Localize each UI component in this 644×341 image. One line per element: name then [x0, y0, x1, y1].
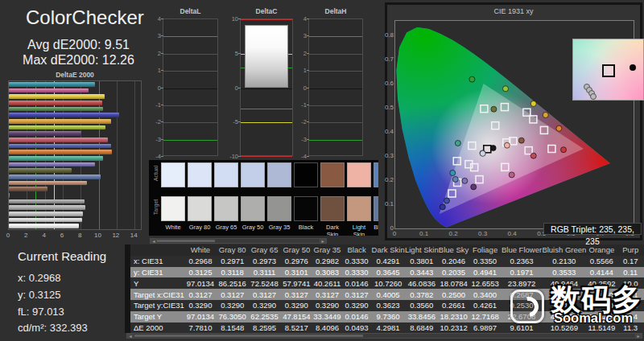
row-label: ΔE 2000: [130, 323, 184, 333]
table-cell: 8.2595: [248, 323, 280, 333]
table-cell: 18.0784: [439, 277, 469, 289]
column-header: Black: [342, 244, 371, 256]
tick-mark: [238, 18, 241, 19]
ref-line: [309, 88, 362, 89]
results-table: WhiteGray 80Gray 65Gray 50Gray 35BlackDa…: [130, 244, 644, 333]
scroll-left-icon[interactable]: ◂: [151, 239, 157, 243]
table-row: Target x:CIE310.31270.31270.31270.31270.…: [130, 289, 644, 300]
de2000-bar-chart: [8, 80, 142, 230]
table-cell: 0.2130: [542, 256, 586, 267]
y-tick--3: -3: [294, 136, 307, 143]
table-cell: 0.3290: [312, 300, 342, 311]
de-bar-orange-yellow: [9, 119, 111, 124]
table-cell: 11.4: [617, 311, 644, 323]
scrollbar-thumb[interactable]: [157, 240, 215, 242]
y-tick-4: 4: [148, 15, 161, 23]
deltal-chart: [163, 18, 218, 156]
table-row: ΔE 20007.78108.15488.25958.52178.40960.0…: [130, 323, 644, 333]
de-bar-blue: [9, 113, 119, 117]
row-label: Y: [130, 277, 184, 289]
cie-y-tick-0.5: 0.5: [384, 104, 394, 111]
table-cell: 0.3083: [312, 267, 342, 278]
table-cell: 0.2661: [439, 300, 469, 311]
de-bar-orange: [9, 150, 112, 154]
cie-y-tick-0.3: 0.3: [384, 152, 394, 159]
de-bar-dark-skin: [9, 187, 47, 191]
ref-line: [309, 36, 362, 37]
table-cell: 0.3127: [217, 289, 248, 300]
table-cell: 86.2516: [217, 277, 248, 289]
table-cell: 0.3400: [469, 289, 502, 300]
table-cell: 0.3290: [342, 300, 371, 311]
measured-marker: [561, 147, 567, 153]
table-cell: 0.4005: [371, 289, 405, 300]
table-cell: 18.2310: [439, 311, 469, 323]
table-cell: 0.2687: [502, 289, 543, 300]
target-patch-black: [294, 196, 318, 221]
y-tick--4: -4: [148, 153, 161, 160]
de-bar-light-skin: [9, 181, 87, 186]
table-cell: 8.4096: [312, 323, 342, 333]
table-cell: 0.3127: [248, 289, 280, 300]
y-tick-0: 0: [294, 84, 307, 92]
ref-line: [163, 105, 217, 106]
table-cell: 0.2973: [248, 256, 280, 267]
actual-patch-dark-skin: [320, 162, 345, 187]
reading-fl: fL: 97.013: [18, 306, 64, 318]
measured-marker: [480, 150, 485, 156]
actual-patch-light-skin: [347, 162, 371, 187]
column-header: Gray 80: [217, 244, 248, 256]
patch-grid-scrollbar[interactable]: ◂ ▸: [150, 238, 327, 244]
tick-mark: [161, 156, 163, 157]
table-cell: 0.2500: [439, 289, 469, 300]
table-cell: 27.4269: [586, 311, 617, 323]
y-tick-3: 3: [148, 32, 161, 39]
target-patch-light-skin: [347, 196, 371, 221]
table-cell: 49.9464: [542, 277, 586, 289]
table-cell: 0.19: [617, 300, 644, 311]
table-cell: 8.6849: [405, 323, 439, 333]
tick-mark: [307, 70, 309, 71]
target-patch-gray-80: [188, 196, 212, 221]
table-cell: 97.0134: [184, 277, 217, 289]
cie-x-tick-0.4: 0.4: [506, 230, 518, 237]
table-cell: 9.7360: [371, 311, 405, 323]
tick-mark: [161, 70, 163, 71]
de-bar-green: [9, 107, 103, 112]
scroll-right-icon[interactable]: ▸: [635, 334, 642, 338]
tick-mark: [238, 53, 241, 54]
scroll-right-icon[interactable]: ▸: [320, 239, 326, 243]
target-patch-gray-35: [267, 196, 291, 221]
table-cell: 0.4941: [469, 267, 502, 278]
table-cell: 33.8456: [405, 311, 439, 323]
measured-marker: [556, 125, 562, 131]
mini-title-deltal: DeltaL: [163, 7, 218, 15]
table-cell: 0.2610: [542, 289, 586, 300]
avg-de2000: Avg dE2000: 9.51: [0, 38, 157, 52]
scroll-left-icon[interactable]: ◂: [127, 334, 134, 338]
row-label: Target Y: [130, 311, 184, 323]
column-header: Gray 65: [248, 244, 280, 256]
table-row: y: CIE310.31250.31180.31110.31010.30830.…: [130, 267, 644, 278]
table-cell: 46.0836: [405, 277, 439, 289]
column-header: [130, 244, 184, 256]
de2000-x-axis: 02468101214: [8, 232, 145, 240]
table-scrollbar[interactable]: ◂ ▸: [126, 333, 642, 339]
tick-mark: [307, 88, 309, 88]
tick-mark: [307, 121, 309, 122]
reading-cdm2: cd/m²: 332.393: [18, 322, 88, 334]
table-cell: 0.2530: [502, 300, 543, 311]
y-tick-10: 10: [225, 15, 238, 23]
table-cell: 10.0: [617, 277, 644, 289]
cie-y-tick-0.6: 0.6: [384, 80, 394, 87]
table-cell: 72.5248: [248, 277, 280, 289]
table-cell: 0.3127: [342, 289, 371, 300]
actual-patch-gray-80: [188, 162, 212, 187]
table-cell: 0.0146: [342, 277, 371, 289]
table-cell: 11.5149: [586, 323, 617, 333]
scrollbar-thumb[interactable]: [134, 335, 363, 337]
mini-title-deltah: DeltaH: [308, 7, 363, 15]
patch-label: Dark Skin: [320, 224, 345, 236]
target-row-label: Target: [153, 194, 159, 221]
patch-label: Gray 65: [213, 224, 239, 231]
